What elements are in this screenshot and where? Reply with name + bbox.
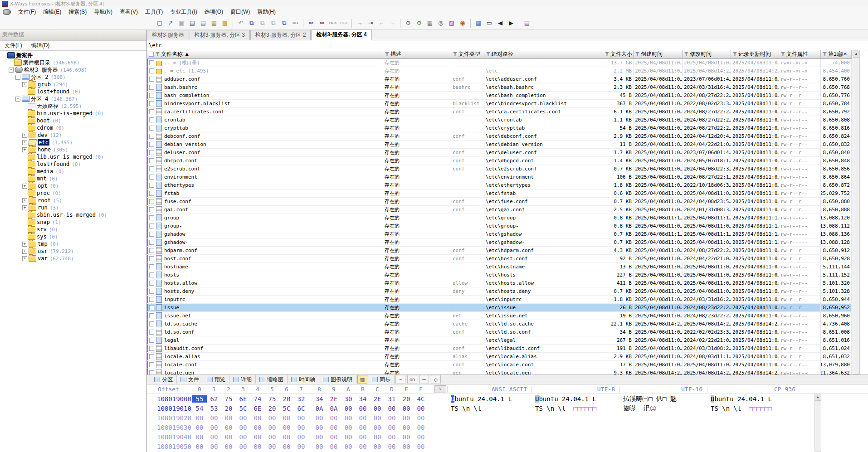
tree-item-lost+found[interactable]: lost+found(0) <box>0 160 146 168</box>
compare-icon[interactable]: ◇ <box>431 375 441 384</box>
row-checkbox[interactable] <box>149 232 154 237</box>
hex-byte[interactable]: 00 <box>294 443 308 450</box>
table-row[interactable]: group存在的\etc\group0.8 KB2025/04/08d11:1…… <box>147 214 852 222</box>
expand-icon[interactable]: + <box>22 133 27 138</box>
table-row[interactable]: gshadow-存在的\etc\gshadow-0.7 KB2025/04/08… <box>147 238 852 247</box>
tree-item-root[interactable]: +root(5) <box>0 197 146 204</box>
hex-byte[interactable]: 00 <box>312 424 327 431</box>
scroll-up-icon[interactable]: ▲ <box>853 50 859 58</box>
table-row[interactable]: legal存在的\etc\legal267 B2025/04/08d11:0…2… <box>147 336 852 345</box>
paste-icon[interactable]: ⧉ <box>268 18 278 28</box>
row-checkbox[interactable] <box>149 248 154 253</box>
expand-icon[interactable]: + <box>22 242 27 247</box>
gallery-toggle-icon[interactable]: ▨ <box>357 375 367 384</box>
interpret-101-icon[interactable]: 101 <box>290 18 300 28</box>
column-header-modified[interactable]: 修改时间 <box>683 50 731 58</box>
hex-byte[interactable]: 00 <box>236 414 250 422</box>
row-checkbox[interactable] <box>149 272 154 277</box>
gallery-icon[interactable]: ▨ <box>447 18 457 28</box>
row-checkbox[interactable] <box>149 207 154 212</box>
table-row[interactable]: e2scrub.conf存在的conf\etc\e2scrub.conf0.7 … <box>147 165 852 173</box>
hex-byte[interactable]: 00 <box>294 424 308 431</box>
hex-row[interactable]: 1080190005562756E74752032342E30342E31204… <box>147 394 868 403</box>
hex-byte[interactable]: 00 <box>192 414 207 422</box>
column-header-name[interactable]: 文件名称 ▲ <box>147 50 383 58</box>
calculator-icon[interactable]: ▦ <box>425 18 435 28</box>
tree-item-dev[interactable]: +dev(12) <box>0 131 146 139</box>
filter-icon[interactable] <box>684 52 688 56</box>
table-row[interactable]: gai.conf存在的conf\etc\gai.conf2.5 KB2025/0… <box>147 206 852 214</box>
table-row[interactable]: locale.alias存在的alias\etc\locale.alias2.9… <box>147 353 852 361</box>
data-window-tab-0[interactable]: 检材3-服务器 <box>147 30 189 40</box>
hex-row[interactable]: 1080190400000000000000000000000000000000… <box>147 432 868 442</box>
hex-byte[interactable]: 00 <box>192 443 207 450</box>
new-folder-icon[interactable]: ▩ <box>220 18 230 28</box>
hex-byte[interactable]: 34 <box>312 395 327 403</box>
hex-byte[interactable]: 4C <box>414 395 428 403</box>
table-row[interactable]: hdparm.conf存在的conf\etc\hdparm.conf4.3 KB… <box>147 247 852 255</box>
table-row[interactable]: issue存在的\etc\issue26 B2025/04/08d11:0…20… <box>147 304 852 312</box>
hex-byte[interactable]: 00 <box>356 443 370 450</box>
row-checkbox[interactable] <box>149 199 154 204</box>
table-row[interactable]: crontab存在的\etc\crontab1.1 KB2025/04/08d1… <box>147 116 852 124</box>
row-checkbox[interactable] <box>149 77 154 82</box>
row-checkbox[interactable] <box>149 191 154 196</box>
hex-byte[interactable]: 00 <box>265 443 279 450</box>
row-checkbox[interactable] <box>149 281 154 286</box>
menu-item-6[interactable]: 专业工具(I) <box>166 7 200 17</box>
tree-item-snap[interactable]: snap(1) <box>0 219 146 226</box>
hex-byte[interactable]: 00 <box>327 424 341 431</box>
viewer-tab-5[interactable]: 时间轴 <box>288 375 319 384</box>
hex-replace-icon[interactable]: HEX <box>339 18 349 28</box>
tree-item-etc[interactable]: +etc(1,495) <box>0 139 146 146</box>
table-row[interactable]: crypttab存在的\etc\crypttab54 B2025/04/08d1… <box>147 124 852 132</box>
hex-byte[interactable]: 00 <box>370 405 385 412</box>
hex-byte[interactable]: 00 <box>341 433 356 441</box>
tools-icon[interactable]: ⚙ <box>414 18 424 28</box>
column-header-type[interactable]: 文件类型 <box>451 50 484 58</box>
expand-icon[interactable]: + <box>22 205 27 210</box>
wave-icon[interactable]: ~ <box>395 375 405 384</box>
filter-icon[interactable] <box>605 52 609 56</box>
hex-byte[interactable]: 00 <box>399 405 414 412</box>
hex-byte[interactable]: 0A <box>312 405 327 412</box>
hex-byte[interactable]: 00 <box>385 424 399 431</box>
table-row[interactable]: bash_completion存在的\etc\bash_completion45… <box>147 92 852 100</box>
hex-byte[interactable]: 00 <box>236 433 250 441</box>
tree-item-proc[interactable]: proc(0) <box>0 190 146 197</box>
hex-byte[interactable]: 00 <box>385 414 399 422</box>
columns-icon[interactable]: ⚌ <box>419 375 429 384</box>
table-row[interactable]: fstab存在的\etc\fstab0.6 KB2025/04/08d11:0…… <box>147 190 852 198</box>
hex-byte[interactable]: 00 <box>236 443 250 450</box>
viewer-tab-6[interactable]: 图例说明 <box>319 375 356 384</box>
hex-byte[interactable]: 0A <box>327 405 341 412</box>
row-checkbox[interactable] <box>149 264 154 269</box>
expand-icon[interactable]: + <box>22 184 27 189</box>
row-checkbox[interactable] <box>149 346 154 351</box>
menu-item-7[interactable]: 选项(O) <box>201 7 227 17</box>
print-setup-icon[interactable]: ▤ <box>198 18 208 28</box>
tree-item-检材3-服务器[interactable]: -检材3-服务器(146,698) <box>0 66 146 73</box>
hex-byte[interactable]: 00 <box>265 424 279 431</box>
hex-byte[interactable]: 00 <box>399 433 414 441</box>
hex-byte[interactable]: 00 <box>294 433 308 441</box>
row-checkbox[interactable] <box>149 289 154 294</box>
path-bar[interactable]: \etc <box>147 40 868 50</box>
hex-row[interactable]: 1080190105453205C6E205C6C0A0A00000000000… <box>147 403 868 413</box>
row-checkbox[interactable] <box>149 313 154 318</box>
row-checkbox[interactable] <box>149 330 154 335</box>
tree-item-home[interactable]: +home(305) <box>0 146 146 153</box>
print-icon[interactable]: ▤ <box>187 18 197 28</box>
hex-byte[interactable]: 54 <box>192 405 207 412</box>
tree-item-tmp[interactable]: +tmp(0) <box>0 240 146 248</box>
hex-byte[interactable]: 00 <box>341 443 356 450</box>
filter-icon[interactable] <box>453 52 457 56</box>
tree-item-srv[interactable]: srv(0) <box>0 226 146 233</box>
row-checkbox[interactable] <box>149 126 154 131</box>
tree-item-分区 4[interactable]: -分区 4(146,387) <box>0 95 146 102</box>
row-checkbox[interactable] <box>149 305 154 310</box>
tree-item-grub[interactable]: +grub(294) <box>0 81 146 88</box>
menu-item-5[interactable]: 工具(T) <box>141 7 166 17</box>
hex-byte[interactable]: 20 <box>399 395 414 403</box>
properties-icon[interactable]: ▦ <box>209 18 219 28</box>
